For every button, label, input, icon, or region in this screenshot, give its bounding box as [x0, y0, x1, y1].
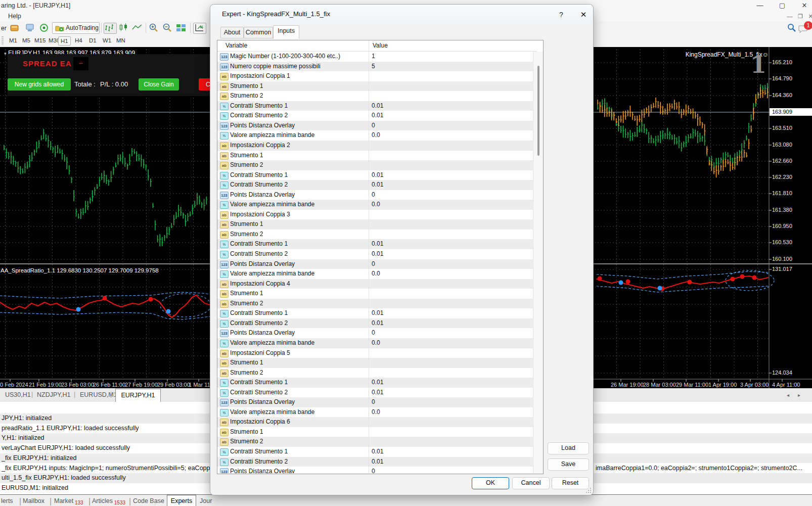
variable-value[interactable]: 0 — [372, 467, 531, 473]
timeframe-mn[interactable]: MN — [114, 36, 127, 44]
input-row[interactable]: 123Numero coppie massime possibili5 — [217, 62, 533, 72]
timeframe-h1[interactable]: H1 — [58, 36, 71, 45]
variable-value[interactable]: 0.01 — [372, 447, 531, 457]
input-row[interactable]: ½Valore ampiezza minima bande0.0 — [217, 269, 533, 280]
table-scrollbar[interactable] — [533, 52, 543, 473]
input-row[interactable]: abStrumento 1 — [217, 81, 533, 92]
ok-button[interactable]: OK — [472, 477, 509, 489]
variable-value[interactable]: 0.01 — [372, 180, 531, 190]
new-order-button-partial[interactable]: er — [1, 25, 7, 32]
variable-value[interactable]: 0.01 — [372, 378, 531, 388]
input-row[interactable]: abImpostazioni Coppia 6 — [217, 417, 533, 428]
input-row[interactable]: ½Contratti Strumento 10.01 — [217, 308, 533, 319]
mdi-close-button[interactable]: ✕ — [806, 13, 812, 20]
variable-value[interactable]: 0 — [372, 190, 531, 200]
input-row[interactable]: 123Points Distanza Overlay0 — [217, 328, 533, 339]
timeframe-m5[interactable]: M5 — [20, 36, 32, 44]
dialog-tab-about[interactable]: About — [220, 27, 244, 38]
variable-value[interactable]: 0.01 — [372, 111, 531, 121]
input-row[interactable]: 123Points Distanza Overlay0 — [217, 190, 533, 201]
chart-header-arrow[interactable]: ▾ — [4, 51, 7, 56]
input-row[interactable]: abImpostazioni Coppia 2 — [217, 141, 533, 151]
input-row[interactable]: ½Contratti Strumento 10.01 — [217, 101, 533, 112]
variable-value[interactable]: 0.01 — [372, 239, 531, 249]
column-header-variable[interactable]: Variable — [217, 40, 377, 52]
search-icon[interactable] — [787, 23, 797, 35]
variable-value[interactable]: 1 — [372, 52, 531, 62]
line-chart-type-icon[interactable] — [131, 23, 144, 33]
input-row[interactable]: 123Points Distanza Overlay0 — [217, 467, 533, 473]
chart-tab-us30-h1[interactable]: US30,H1 — [5, 391, 31, 398]
candlestick-type-icon[interactable] — [118, 23, 130, 33]
dialog-tab-common[interactable]: Common — [244, 27, 273, 38]
input-row[interactable]: abImpostazioni Coppia 5 — [217, 348, 533, 359]
terminal-icon[interactable] — [24, 23, 36, 33]
terminal-tab-jour[interactable]: Jour — [200, 497, 212, 504]
variable-value[interactable]: 0.01 — [372, 101, 531, 111]
dialog-help-button[interactable]: ? — [556, 9, 567, 20]
input-row[interactable]: abImpostazioni Coppia 3 — [217, 210, 533, 220]
autotrading-button[interactable]: AutoTrading — [52, 22, 100, 34]
timeframe-d1[interactable]: D1 — [87, 36, 99, 44]
input-row[interactable]: abStrumento 2 — [217, 160, 533, 171]
indicators-icon[interactable] — [193, 23, 206, 34]
variable-value[interactable]: 0.01 — [372, 318, 531, 329]
ea-panel-minimize-button[interactable]: − — [73, 57, 88, 70]
input-row[interactable]: abImpostazioni Coppia 4 — [217, 279, 533, 290]
close-gain-button[interactable]: Close Gain — [139, 78, 179, 90]
save-button[interactable]: Save — [548, 458, 589, 471]
reset-button[interactable]: Reset — [552, 477, 589, 489]
variable-value[interactable]: 5 — [372, 62, 531, 72]
variable-value[interactable]: 0 — [372, 259, 531, 269]
input-row[interactable]: ½Contratti Strumento 20.01 — [217, 457, 533, 468]
signals-icon[interactable] — [38, 23, 51, 33]
scroll-left-icon[interactable]: ◂ — [787, 392, 789, 398]
variable-value[interactable]: 0.01 — [372, 457, 531, 467]
variable-value[interactable]: 0.0 — [372, 200, 531, 210]
timeframe-w1[interactable]: W1 — [101, 36, 113, 44]
terminal-tab-experts[interactable]: Experts — [167, 495, 196, 506]
menu-help[interactable]: Help — [8, 13, 21, 20]
input-row[interactable]: 123Points Distanza Overlay0 — [217, 259, 533, 270]
input-row[interactable]: abImpostazioni Coppia 1 — [217, 71, 533, 82]
terminal-tab-mailbox[interactable]: Mailbox — [23, 497, 44, 504]
scrollbar-thumb[interactable] — [537, 66, 539, 156]
column-header-value[interactable]: Value — [369, 40, 537, 52]
input-row[interactable]: ½Valore ampiezza minima bande0.0 — [217, 338, 533, 349]
zoom-in-icon[interactable] — [148, 23, 160, 33]
chart-tab-nzdjpy-h1[interactable]: NZDJPY,H1 — [37, 391, 70, 398]
load-button[interactable]: Load — [548, 442, 589, 454]
scroll-right-icon[interactable]: ▸ — [798, 392, 800, 398]
timeframe-h4[interactable]: H4 — [73, 36, 84, 44]
input-row[interactable]: abStrumento 2 — [217, 91, 533, 102]
profile-icon[interactable] — [9, 23, 21, 33]
notification-badge[interactable]: 1 — [804, 21, 812, 30]
input-row[interactable]: ½Contratti Strumento 20.01 — [217, 318, 533, 329]
input-row[interactable]: ½Contratti Strumento 10.01 — [217, 170, 533, 181]
input-row[interactable]: ½Valore ampiezza minima bande0.0 — [217, 200, 533, 210]
input-row[interactable]: ½Contratti Strumento 20.01 — [217, 388, 533, 398]
dialog-close-button[interactable]: ✕ — [577, 9, 590, 21]
terminal-tab-articles[interactable]: Articles 1533 — [92, 497, 125, 504]
variable-value[interactable]: 0 — [372, 397, 531, 407]
terminal-tab-lerts[interactable]: lerts — [1, 497, 13, 504]
terminal-tab-code-base[interactable]: Code Base — [133, 497, 164, 504]
input-row[interactable]: ½Contratti Strumento 20.01 — [217, 249, 533, 260]
input-row[interactable]: ½Valore ampiezza minima bande0.0 — [217, 407, 533, 418]
input-row[interactable]: ½Contratti Strumento 10.01 — [217, 447, 533, 457]
variable-value[interactable]: 0.01 — [372, 308, 531, 318]
variable-value[interactable]: 0.0 — [372, 130, 531, 141]
mdi-minimize-button[interactable]: — — [786, 13, 794, 20]
new-grids-button[interactable]: New grids allowed — [8, 78, 71, 90]
variable-value[interactable]: 0.0 — [372, 269, 531, 279]
variable-value[interactable]: 0.0 — [372, 407, 531, 418]
chart-tab-eurjpy-h1[interactable]: EURJPY,H1 — [115, 389, 161, 402]
variable-value[interactable]: 0.0 — [372, 338, 531, 348]
input-row[interactable]: abStrumento 2 — [217, 368, 533, 379]
input-row[interactable]: ½Contratti Strumento 20.01 — [217, 111, 533, 121]
toolbar-grip[interactable] — [2, 36, 4, 45]
dialog-resize-grip[interactable] — [585, 487, 592, 493]
input-row[interactable]: 123Points Distanza Overlay0 — [217, 121, 533, 131]
close-button[interactable]: ✕ — [797, 1, 812, 10]
variable-value[interactable]: 0.01 — [372, 388, 531, 398]
